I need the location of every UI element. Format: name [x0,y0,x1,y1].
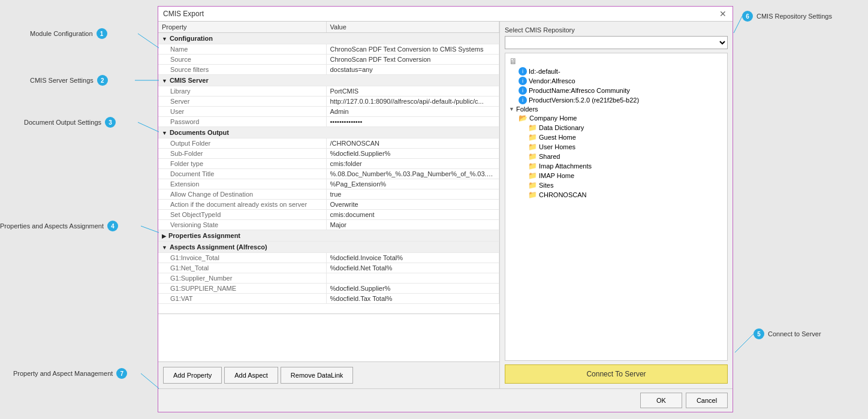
cancel-button[interactable]: Cancel [686,393,728,408]
folder-icon-ia: 📁 [528,162,537,170]
folder-user-homes[interactable]: 📁 User Homes [527,142,725,152]
section-header-CMISServer[interactable]: ▼CMIS Server [158,75,499,86]
folder-user-homes-label: User Homes [539,143,575,150]
annotation-label-6: CMIS Repository Settings [757,13,832,20]
table-row[interactable]: G1:Invoice_Total%docfield.Invoice Total% [158,253,499,263]
folder-data-dictionary[interactable]: 📁 Data Dictionary [527,123,725,132]
property-cell: Name [158,44,326,55]
tree-info-product[interactable]: i ProductName:Alfresco Community [517,86,725,95]
annotation-label-7: Property and Aspect Management [13,370,113,377]
tree-info-id[interactable]: i Id:-default- [517,67,725,76]
annotation-6: 6 CMIS Repository Settings [742,11,832,22]
table-row[interactable]: Serverhttp://127.0.0.1:8090//alfresco/ap… [158,97,499,107]
dialog-title-bar: CMIS Export ✕ [158,7,733,22]
annotation-bubble-2: 2 [97,75,108,86]
folder-imap-home-label: IMAP Home [539,172,574,179]
property-cell: Versioning State [158,220,326,230]
section-header-DocumentsOutput[interactable]: ▼Documents Output [158,127,499,138]
annotation-4: Properties and Aspects Assignment 4 [0,221,118,231]
table-row[interactable]: Allow Change of Destinationtrue [158,189,499,200]
property-cell: Library [158,86,326,97]
table-row[interactable]: Sub-Folder%docfield.Supplier% [158,149,499,159]
folder-open-icon: 📂 [519,114,528,122]
property-cell: Source [158,55,326,65]
folders-label: Folders [516,105,538,113]
close-button[interactable]: ✕ [718,9,728,19]
ok-button[interactable]: OK [640,393,682,408]
value-cell: Overwrite [326,200,499,210]
property-cell: Output Folder [158,138,326,149]
folder-shared[interactable]: 📁 Shared [527,152,725,161]
table-row[interactable]: Extension%Pag_Extension% [158,179,499,189]
folder-icon-sites: 📁 [528,181,537,189]
property-cell: Sub-Folder [158,149,326,159]
property-cell: Allow Change of Destination [158,189,326,200]
folder-imap-attachments[interactable]: 📁 Imap Attachments [527,161,725,171]
company-home-children: 📁 Data Dictionary 📁 Guest Home 📁 User Ho… [527,123,725,200]
table-row[interactable]: G1:SUPPLIER_NAME%docfield.Supplier% [158,284,499,294]
table-row[interactable]: Set ObjectTypeIdcmis:document [158,210,499,220]
value-cell: %docfield.Invoice Total% [326,253,499,263]
value-cell: ChronoScan PDF Text Conversion to CMIS S… [326,44,499,55]
property-cell: Document Title [158,169,326,179]
folder-imap-home[interactable]: 📁 IMAP Home [527,171,725,180]
folder-chronoscan[interactable]: 📁 CHRONOSCAN [527,190,725,200]
table-row[interactable]: G1:Supplier_Number [158,273,499,284]
table-row[interactable]: NameChronoScan PDF Text Conversion to CM… [158,44,499,55]
server-icon-row: 🖥 [508,56,725,67]
value-cell: ChronoScan PDF Text Conversion [326,55,499,65]
property-cell: Password [158,117,326,127]
value-cell: %docfield.Tax Total% [326,294,499,304]
folder-chronoscan-label: CHRONOSCAN [539,191,586,198]
section-header-PropertiesAssignment[interactable]: ▶Properties Assignment [158,230,499,242]
add-property-button[interactable]: Add Property [163,367,222,384]
value-cell: Major [326,220,499,230]
table-row[interactable]: Versioning StateMajor [158,220,499,230]
section-header-AspectsAssignment(Alfresco)[interactable]: ▼Aspects Assignment (Alfresco) [158,242,499,253]
value-cell: /CHRONOSCAN [326,138,499,149]
property-cell: Set ObjectTypeId [158,210,326,220]
table-row[interactable]: Folder typecmis:folder [158,159,499,169]
value-cell: %docfield.Net Total% [326,263,499,273]
table-row[interactable]: Output Folder/CHRONOSCAN [158,138,499,149]
folder-sites-label: Sites [539,182,553,189]
folder-company-home-label: Company Home [529,114,577,122]
annotation-bubble-5: 5 [754,328,764,339]
table-row[interactable]: Document Title%.08.Doc_Number%_%.03.Pag_… [158,169,499,179]
table-row[interactable]: G1:VAT%docfield.Tax Total% [158,294,499,304]
add-aspect-button[interactable]: Add Aspect [224,367,278,384]
annotation-label-2: CMIS Server Settings [30,77,94,84]
table-row[interactable]: Source filtersdocstatus=any [158,65,499,75]
info-icon: i [519,67,527,76]
tree-info-version[interactable]: i ProductVersion:5.2.0 (re21f2be5-b22) [517,95,725,105]
svg-line-5 [734,16,742,33]
table-row[interactable]: Password•••••••••••••• [158,117,499,127]
folder-guest-home-label: Guest Home [539,134,576,141]
svg-line-0 [138,34,159,48]
folders-tree: 📂 Company Home 📁 Data Dictionary 📁 Guest… [517,113,725,200]
table-row[interactable]: LibraryPortCMIS [158,86,499,97]
table-row[interactable]: SourceChronoScan PDF Text Conversion [158,55,499,65]
remove-datalink-button[interactable]: Remove DataLink [281,367,353,384]
table-row[interactable]: G1:Net_Total%docfield.Net Total% [158,263,499,273]
property-cell: G1:VAT [158,294,326,304]
property-cell: User [158,107,326,117]
tree-info-vendor[interactable]: i Vendor:Alfresco [517,76,725,86]
property-cell: G1:Supplier_Number [158,273,326,284]
value-cell: Admin [326,107,499,117]
cmis-export-dialog: CMIS Export ✕ Property Value ▼Configurat… [158,6,733,412]
connect-to-server-button[interactable]: Connect To Server [505,364,728,384]
aspect-textarea[interactable] [159,315,498,360]
section-header-Configuration[interactable]: ▼Configuration [158,33,499,44]
table-row[interactable]: Action if the document already exists on… [158,200,499,210]
annotation-bubble-3: 3 [105,117,116,128]
folder-company-home[interactable]: 📂 Company Home [517,113,725,123]
table-row[interactable]: UserAdmin [158,107,499,117]
folders-label-row[interactable]: ▼ Folders [508,105,725,113]
folder-guest-home[interactable]: 📁 Guest Home [527,132,725,142]
repo-select[interactable] [505,36,728,49]
folder-sites[interactable]: 📁 Sites [527,180,725,190]
folder-imap-attachments-label: Imap Attachments [539,162,592,170]
folder-icon-gh: 📁 [528,133,537,141]
folder-data-dictionary-label: Data Dictionary [539,124,584,131]
